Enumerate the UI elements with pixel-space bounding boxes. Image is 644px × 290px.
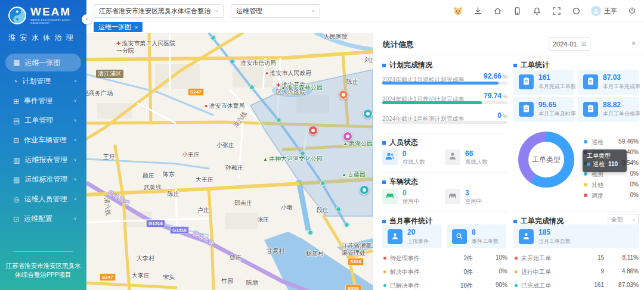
tooltip-series-name: 巡检 — [593, 161, 605, 167]
station-dot[interactable] — [276, 117, 281, 123]
fullscreen-icon[interactable] — [552, 6, 561, 15]
power-icon[interactable] — [627, 6, 637, 15]
road-badge: G1516 — [146, 220, 165, 227]
map-label-place: 陈东 — [163, 171, 175, 178]
map-label-place: 陈庄 — [168, 191, 179, 198]
order-status-row: 未开始工单158.11% — [513, 254, 639, 264]
sidebar-item-report[interactable]: ▥运维报表管理∨ — [0, 150, 86, 170]
bell-icon[interactable] — [532, 6, 541, 15]
brand-tagline: WATER ENVIRONMENT ASSET MANAGEMENT — [30, 18, 86, 24]
personnel-label: 在线人数 — [402, 158, 425, 166]
order-filter-select[interactable]: 全部∨ — [608, 214, 639, 225]
hospital-cross-icon: ✚ — [116, 40, 121, 46]
clipboard-icon-tile — [583, 102, 598, 117]
station-dot[interactable] — [230, 59, 235, 64]
chevron-down-icon: ∨ — [73, 119, 77, 123]
tab-close-icon[interactable]: × — [135, 24, 138, 30]
poi-dot-icon: ● — [265, 70, 268, 76]
order-stat-card: 87.03本月工单完成率 — [578, 70, 639, 95]
chevron-down-icon: ∨ — [73, 158, 77, 162]
map-canvas[interactable]: ✚淮安市第二人民医院一分院人民医院✚淮安开发区人民医院清江浦区品商务广场淮安市信… — [86, 33, 373, 290]
sidebar-item-label: 运维标准管理 — [24, 174, 67, 185]
order-total-value: 185 — [538, 228, 550, 236]
pump-marker[interactable] — [363, 109, 373, 119]
sidebar-item-workorder[interactable]: ▤工单管理∨ — [0, 111, 86, 130]
sidebar-item-label: 运维配置 — [24, 214, 52, 224]
map-label-place: 段庄 — [317, 207, 329, 214]
order-stat-value: 161 — [538, 73, 550, 82]
month-picker[interactable]: 2024-01 ⊞ — [549, 37, 590, 51]
refresh-icon[interactable] — [571, 6, 581, 15]
event-card-label: 事件工单数 — [472, 238, 499, 245]
pump-marker[interactable] — [360, 185, 369, 195]
sidebar-item-map-overview[interactable]: ▦运维一张图 — [5, 54, 81, 71]
map-label-place: 品商务广场 — [86, 90, 113, 97]
order-stat-value: 87.03 — [603, 73, 621, 82]
sidebar: WEAM WATER ENVIRONMENT ASSET MANAGEMENT … — [0, 0, 86, 290]
tablet-icon[interactable] — [512, 6, 522, 15]
order-filter-value: 全部 — [611, 216, 623, 224]
tab-map-overview[interactable]: 运维一张图 × — [94, 22, 143, 32]
event-status-row: 待处理事件2件10% — [382, 254, 507, 264]
event-status-pct: 10% — [478, 254, 507, 261]
user-menu[interactable]: 王亭 — [591, 6, 617, 16]
map-label-park: ▲古藤园 — [342, 171, 366, 179]
weam-logo-icon — [8, 7, 26, 24]
station-dot[interactable] — [320, 180, 326, 186]
event-card-label: 上报事件 — [407, 238, 429, 245]
section-vehicle-status: 车辆状态 — [382, 177, 418, 187]
vehicle-icon: ⊟ — [13, 136, 19, 145]
map-label-place: 杨庙村 — [306, 250, 324, 257]
map-label-place: 颜庄 — [143, 172, 154, 179]
map-label-place: 淮安市信访局 — [240, 60, 276, 67]
event-status-name: 已解决事件 — [390, 282, 420, 290]
sidebar-item-standard[interactable]: ▧运维标准管理∨ — [0, 170, 86, 189]
marker-core — [346, 135, 349, 138]
event-status-pct: 90% — [478, 282, 507, 288]
sidebar-item-config[interactable]: ⊡运维配置∨ — [0, 209, 86, 229]
order-status-name: 已完成工单 — [521, 282, 551, 290]
order-status-name: 进行中工单 — [521, 268, 551, 276]
station-dot[interactable] — [249, 85, 255, 90]
legend-name: 其他 — [592, 181, 603, 189]
station-dot[interactable] — [210, 35, 216, 40]
map-label-park: ▲井神大运河文化公园 — [263, 155, 323, 163]
sidebar-collapse-button[interactable]: ‹ — [82, 14, 92, 24]
sidebar-item-personnel[interactable]: ◎运维人员管理∨ — [0, 189, 86, 209]
topbar-icons: 王亭 — [453, 0, 637, 21]
marker-core — [311, 129, 315, 132]
bridge-marker[interactable] — [339, 90, 348, 99]
station-dot[interactable] — [300, 151, 305, 156]
plan-progress-value: 0% — [497, 111, 507, 120]
order-status-name: 未开始工单 — [521, 254, 551, 263]
status-dot — [515, 270, 518, 273]
sidebar-item-vehicle[interactable]: ⊟作业车辆管理∨ — [0, 130, 86, 150]
tab-label: 运维一张图 — [98, 23, 131, 32]
event-status-pct: 0% — [478, 268, 507, 275]
sidebar-item-plan[interactable]: ◔计划管理∨ — [0, 71, 86, 91]
person-icon — [448, 152, 457, 163]
panel-close-icon[interactable]: × — [631, 39, 636, 48]
event-card-value: 20 — [407, 228, 415, 236]
order-status-pct: 87.03% — [609, 282, 639, 288]
legend-value: 59.46% — [618, 138, 639, 145]
alert-marker[interactable] — [308, 126, 318, 135]
module-select[interactable]: 运维管理 ∨ — [231, 4, 320, 18]
chevron-down-icon: ∨ — [73, 79, 77, 83]
calendar-icon: ⊞ — [581, 40, 586, 47]
station-dot[interactable] — [308, 230, 313, 235]
order-stat-label: 本月工单合格率 — [603, 110, 640, 118]
station-dot[interactable] — [336, 207, 341, 212]
sidebar-item-event[interactable]: ⊞事件管理∨ — [0, 91, 86, 111]
mascot-icon[interactable] — [453, 6, 463, 15]
download-icon[interactable] — [473, 6, 482, 15]
tooltip-series-value: 110 — [608, 161, 618, 167]
camera-marker[interactable] — [343, 132, 352, 141]
clipboard-icon — [522, 77, 530, 88]
home-icon[interactable] — [493, 6, 502, 15]
map-label-place: 张庄 — [257, 216, 269, 223]
project-select[interactable]: 江苏省淮安市淮安区黑臭水体综合整治PPP项目 ∨ — [94, 4, 224, 18]
station-dot[interactable] — [344, 222, 349, 227]
section-divider — [513, 211, 639, 212]
stats-panel: 统计信息 2024-01 ⊞ × 计划完成情况2024年截止1月巡检计划完成率9… — [373, 33, 644, 290]
